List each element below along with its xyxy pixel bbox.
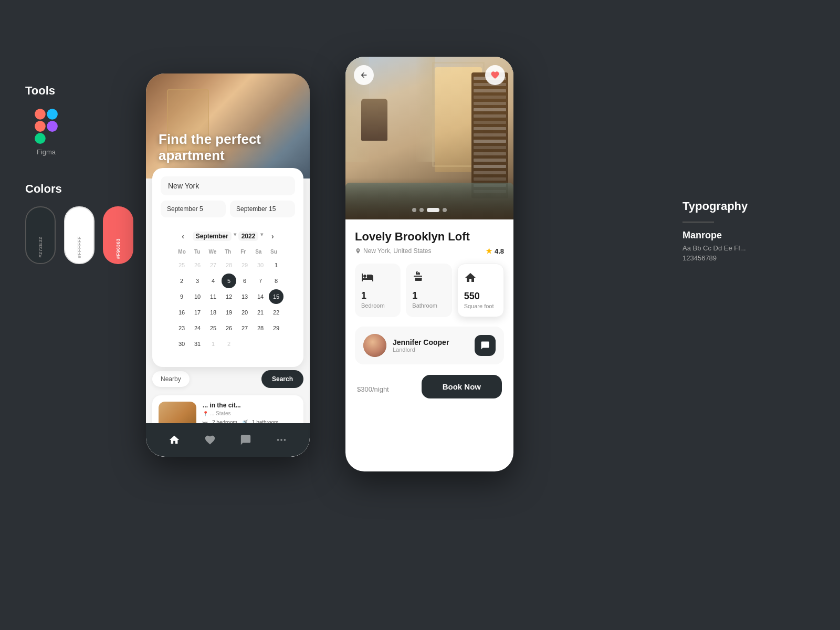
booking-section: $300/night Book Now [355,375,504,398]
swatch-dark-label: #272E32 [38,237,43,258]
cal-date-selected-end[interactable]: 15 [269,289,284,304]
sqft-feature-icon [464,271,477,287]
pin-icon: 📍 [203,411,208,416]
cal-date[interactable]: 19 [222,305,236,320]
cal-date[interactable]: 27 [237,321,252,335]
date-start-btn[interactable]: September 5 [161,201,226,217]
cal-date[interactable]: 22 [269,305,284,320]
cal-date[interactable]: 25 [174,258,189,272]
cal-date[interactable]: 1 [269,258,284,272]
chat-button[interactable] [475,335,496,356]
cal-date[interactable]: 9 [174,289,189,304]
cal-date[interactable]: 25 [206,321,220,335]
nav-more-btn[interactable] [274,433,289,447]
cal-date[interactable]: 20 [237,305,252,320]
calendar-header: ‹ September ▾ 2022 ▾ › [174,231,281,242]
day-labels: Mo Tu We Th Fr Sa Su [174,248,281,256]
svg-point-13 [280,439,282,441]
property-location: New York, United States [355,247,431,255]
cal-date[interactable]: 28 [253,321,268,335]
host-name: Jennifer Cooper [393,338,449,346]
svg-point-14 [284,439,286,441]
chair-decoration [361,99,387,141]
cal-date[interactable]: 26 [190,258,205,272]
cal-date[interactable]: 30 [253,258,268,272]
search-card: New York September 5 September 15 ‹ Sept… [152,168,303,367]
detail-content: Lovely Brooklyn Loft New York, United St… [345,219,513,409]
cal-date[interactable]: 2 [222,337,236,351]
month-arrow: ▾ [234,232,236,241]
cal-date[interactable]: 29 [269,321,284,335]
dot-2 [419,208,424,212]
nav-home-btn[interactable] [167,433,182,447]
dot-3-active [427,208,439,212]
calendar-year: 2022 [238,232,259,241]
nav-chat-btn[interactable] [238,433,253,447]
listing-location-text: ... States [210,411,230,416]
dot-1 [412,208,416,212]
cal-date[interactable]: 30 [174,337,189,351]
typography-divider [682,222,714,223]
cal-date[interactable]: 3 [190,274,205,288]
cal-date-selected-start[interactable]: 5 [222,274,236,288]
cal-date[interactable]: 2 [174,274,189,288]
cal-date[interactable]: 6 [237,274,252,288]
svg-rect-3 [47,121,58,132]
cal-date[interactable]: 1 [206,337,220,351]
calendar: ‹ September ▾ 2022 ▾ › Mo Tu We Th Fr Sa [167,224,289,359]
cal-date[interactable]: 11 [206,289,220,304]
prev-month-btn[interactable]: ‹ [178,231,188,242]
cal-date[interactable]: 10 [190,289,205,304]
phone-detail: Lovely Brooklyn Loft New York, United St… [345,57,513,471]
cal-date[interactable]: 14 [253,289,268,304]
day-we: We [205,248,220,256]
swatch-red-label: #F96363 [116,238,121,259]
cal-date[interactable]: 8 [269,274,284,288]
cal-date[interactable]: 28 [222,258,236,272]
swatch-red: #F96363 [103,206,133,264]
cal-date[interactable]: 17 [190,305,205,320]
cal-date[interactable]: 29 [237,258,252,272]
cal-date[interactable]: 24 [190,321,205,335]
cal-date[interactable]: 18 [206,305,220,320]
listing-title: ... in the cit... [203,402,297,409]
price-display: $300/night [357,379,389,395]
cal-date[interactable]: 21 [253,305,268,320]
typography-panel: Typography Manrope Aa Bb Cc Dd Ee Ff... … [682,200,798,262]
curtain-right [416,57,435,162]
search-button[interactable]: Search [261,370,303,388]
nav-favorites-btn[interactable] [203,433,217,447]
nearby-chip[interactable]: Nearby [152,371,190,387]
svg-point-12 [277,439,279,441]
cal-date[interactable]: 4 [206,274,220,288]
back-button[interactable] [354,65,374,85]
swatch-white-label: #FFFFFF [77,236,82,258]
cal-date[interactable]: 27 [206,258,220,272]
hero-text: Find the perfect apartment [159,131,310,164]
cal-date[interactable]: 7 [253,274,268,288]
book-now-button[interactable]: Book Now [422,375,502,398]
host-role: Landlord [393,346,449,353]
host-section: Jennifer Cooper Landlord [355,327,504,364]
cal-date[interactable]: 26 [222,321,236,335]
location-input[interactable]: New York [161,176,295,195]
bottom-navigation [146,423,310,457]
star-icon: ★ [486,247,492,255]
cal-date[interactable]: 16 [174,305,189,320]
day-fr: Fr [236,248,251,256]
sqft-label: Square foot [464,303,494,309]
cal-date[interactable]: 31 [190,337,205,351]
floor-decoration [345,177,513,219]
cal-date[interactable]: 23 [174,321,189,335]
cal-date[interactable]: 12 [222,289,236,304]
favorite-button[interactable] [485,65,505,85]
calendar-grid: Mo Tu We Th Fr Sa Su 25 26 27 28 29 30 1 [174,248,281,351]
day-mo: Mo [174,248,190,256]
next-month-btn[interactable]: › [267,231,278,242]
cal-date[interactable]: 13 [237,289,252,304]
host-avatar [363,334,386,357]
dot-4 [443,208,447,212]
figma-tool: Figma [25,108,67,156]
day-sa: Sa [251,248,266,256]
date-end-btn[interactable]: September 15 [230,201,295,217]
